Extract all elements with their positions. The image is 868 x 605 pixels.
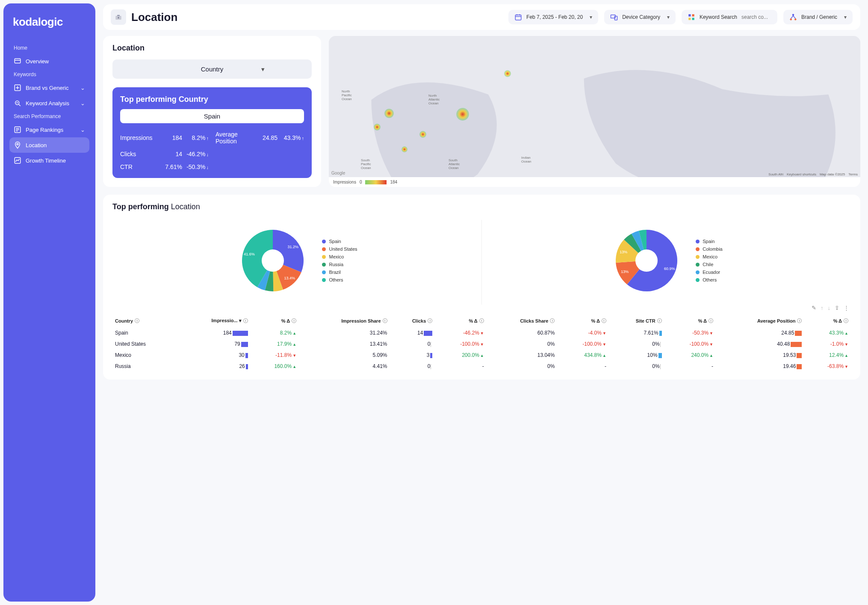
- svg-point-31: [262, 249, 284, 272]
- map-label: SouthPacificOcean: [361, 158, 371, 170]
- legend-item[interactable]: Mexico: [696, 254, 722, 259]
- device-category-select[interactable]: Device Category ▾: [604, 10, 676, 24]
- edit-icon[interactable]: ✎: [812, 305, 816, 311]
- grid-icon: [688, 13, 695, 21]
- growth-timeline-icon: [14, 157, 21, 164]
- chevron-down-icon: ▾: [667, 14, 670, 20]
- brand-generic-select[interactable]: Brand / Generic ▾: [783, 10, 853, 24]
- svg-rect-23: [688, 14, 691, 16]
- legend-item[interactable]: United States: [322, 246, 357, 252]
- column-header[interactable]: Clicks Share i: [487, 314, 558, 327]
- keyboard-shortcuts-link[interactable]: Keyboard shortcuts: [787, 172, 816, 176]
- dimension-select[interactable]: Country ▾: [112, 59, 312, 79]
- legend-item[interactable]: Brazil: [322, 270, 357, 275]
- sidebar-item-page-rankings[interactable]: Page Rankings⌄: [9, 122, 89, 137]
- table-row[interactable]: Mexico 30 -11.8%▼ 5.09% 3 200.0%▲ 13.04%…: [112, 350, 851, 361]
- info-icon[interactable]: i: [709, 318, 713, 323]
- svg-rect-25: [688, 18, 691, 20]
- sidebar-item-keyword-analysis[interactable]: Keyword Analysis⌄: [9, 95, 89, 111]
- date-range-picker[interactable]: Feb 7, 2025 - Feb 20, 20 ▾: [508, 10, 598, 24]
- toolbox-icon: [111, 9, 126, 25]
- legend-item[interactable]: Russia: [322, 262, 357, 267]
- column-header[interactable]: Impression Share i: [299, 314, 390, 327]
- map-legend: Impressions 0 184: [329, 177, 860, 187]
- column-header[interactable]: % Δ i: [435, 314, 486, 327]
- info-icon[interactable]: i: [602, 318, 606, 323]
- info-icon[interactable]: i: [292, 318, 296, 323]
- svg-point-29: [794, 18, 797, 21]
- svg-text:31.2%: 31.2%: [288, 245, 299, 249]
- table-row[interactable]: Spain 184 8.2%▲ 31.24% 14 -46.2%▼ 60.87%…: [112, 327, 851, 339]
- column-header[interactable]: % Δ i: [804, 314, 851, 327]
- column-header[interactable]: Country i: [112, 314, 177, 327]
- location-table: Country iImpressio... ▾ i% Δ iImpression…: [112, 314, 851, 372]
- column-header[interactable]: Average Position i: [716, 314, 804, 327]
- svg-point-12: [17, 143, 18, 145]
- legend-item[interactable]: Others: [322, 277, 357, 282]
- svg-line-6: [19, 104, 21, 106]
- column-header[interactable]: % Δ i: [557, 314, 608, 327]
- legend-item[interactable]: Spain: [696, 239, 722, 244]
- sidebar-item-label: Growth Timeline: [26, 157, 66, 164]
- charts-card: Top performing Location 31.2%13.4%41.6%S…: [103, 195, 860, 380]
- info-icon[interactable]: i: [383, 318, 387, 323]
- chevron-down-icon: ⌄: [80, 85, 85, 91]
- info-icon[interactable]: i: [844, 318, 848, 323]
- column-header[interactable]: % Δ i: [251, 314, 299, 327]
- terms-link[interactable]: Terms: [848, 172, 858, 176]
- top-country-title: Top performing Country: [120, 95, 304, 104]
- charts-title: Top performing Location: [112, 202, 851, 211]
- metric-clicks: Clicks 14 -46.2%↓: [120, 151, 209, 157]
- svg-text:41.6%: 41.6%: [244, 252, 255, 256]
- column-header[interactable]: Site CTR i: [609, 314, 664, 327]
- info-icon[interactable]: i: [428, 318, 432, 323]
- sidebar-item-location[interactable]: Location: [9, 137, 89, 153]
- legend-item[interactable]: Mexico: [322, 254, 357, 259]
- cell-clk-share: 0%: [487, 361, 558, 372]
- location-card: Location Country ▾ Top performing Countr…: [103, 36, 321, 187]
- date-range-text: Feb 7, 2025 - Feb 20, 20: [526, 14, 583, 20]
- overview-icon: [14, 57, 21, 65]
- cell-impr-share: 13.41%: [299, 338, 390, 350]
- legend-item[interactable]: Chile: [696, 262, 722, 267]
- map-label: NorthAtlanticOcean: [428, 94, 440, 105]
- sidebar-item-growth-timeline[interactable]: Growth Timeline: [9, 153, 89, 168]
- column-header[interactable]: % Δ i: [664, 314, 716, 327]
- cell-impressions: 30: [177, 350, 251, 361]
- info-icon[interactable]: i: [550, 318, 555, 323]
- legend-item[interactable]: Spain: [322, 239, 357, 244]
- cell-impr-share: 31.24%: [299, 327, 390, 339]
- arrow-down-icon[interactable]: ↓: [828, 305, 831, 311]
- keyword-search[interactable]: Keyword Search: [682, 10, 777, 24]
- info-icon[interactable]: i: [479, 318, 484, 323]
- svg-point-27: [792, 14, 794, 16]
- sidebar-item-brand-vs-generic[interactable]: Brand vs Generic⌄: [9, 80, 89, 95]
- map-hotspot: [402, 146, 407, 152]
- table-row[interactable]: United States 79 17.9%▲ 13.41% 0 -100.0%…: [112, 338, 851, 350]
- more-icon[interactable]: ⋮: [844, 305, 849, 311]
- sidebar-item-label: Brand vs Generic: [26, 85, 68, 91]
- arrow-up-icon: ↑: [302, 136, 304, 141]
- cell-impr-delta: -11.8%▼: [251, 350, 299, 361]
- legend-item[interactable]: Ecuador: [696, 270, 722, 275]
- table-row[interactable]: Russia 26 160.0%▲ 4.41% 0 - 0% - 0% - 19…: [112, 361, 851, 372]
- legend-item[interactable]: Colombia: [696, 246, 722, 252]
- column-header[interactable]: Clicks i: [390, 314, 435, 327]
- export-icon[interactable]: ⇪: [835, 305, 839, 311]
- cell-impressions: 26: [177, 361, 251, 372]
- legend-item[interactable]: Others: [696, 277, 722, 282]
- arrow-up-icon[interactable]: ↑: [821, 305, 824, 311]
- info-icon[interactable]: i: [657, 318, 662, 323]
- info-icon[interactable]: i: [797, 318, 802, 323]
- metric-avg-position: Average Position 24.85 43.3%↑: [216, 131, 304, 145]
- cell-impr-share: 5.09%: [299, 350, 390, 361]
- keyword-search-input[interactable]: [741, 14, 771, 20]
- svg-rect-17: [515, 15, 521, 20]
- info-icon[interactable]: i: [135, 318, 139, 323]
- sidebar-item-overview[interactable]: Overview: [9, 53, 89, 69]
- column-header[interactable]: Impressio... ▾ i: [177, 314, 251, 327]
- map-attribution: South Afri Keyboard shortcuts Map data ©…: [768, 172, 858, 176]
- cell-clk-share-delta: -: [557, 361, 608, 372]
- world-map[interactable]: NorthPacificOcean NorthAtlanticOcean Sou…: [329, 36, 860, 177]
- info-icon[interactable]: i: [243, 318, 248, 323]
